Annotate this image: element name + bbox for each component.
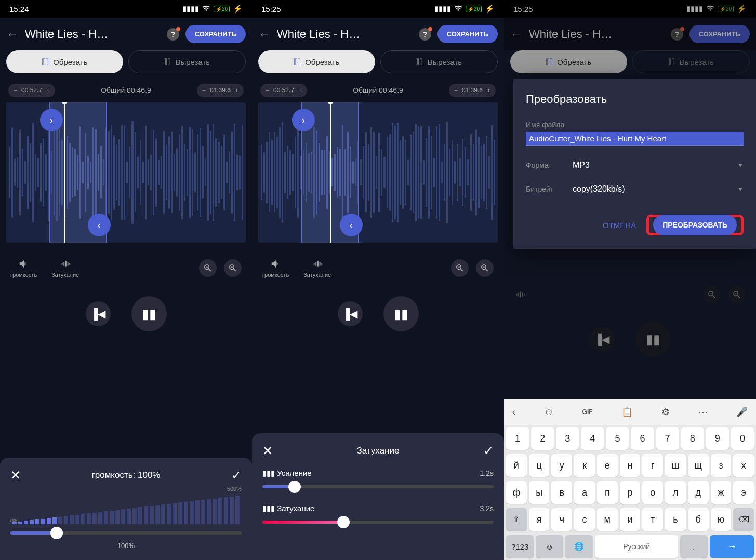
kb-key[interactable]: м bbox=[597, 508, 618, 531]
zoom-in[interactable] bbox=[224, 259, 242, 277]
kb-key[interactable]: ы bbox=[529, 481, 550, 504]
zoom-out[interactable] bbox=[703, 286, 721, 303]
end-handle[interactable]: ‹ bbox=[340, 214, 363, 236]
kb-key[interactable]: г bbox=[642, 454, 663, 477]
kb-key[interactable]: 1 bbox=[506, 427, 529, 450]
kb-gif[interactable]: GIF bbox=[579, 405, 596, 419]
playhead[interactable] bbox=[330, 102, 331, 243]
kb-emoji-icon[interactable]: ☺ bbox=[536, 535, 563, 558]
prev-button[interactable]: ▐◀ bbox=[338, 301, 363, 326]
tab-cut[interactable]: ⟧⟦ Вырезать bbox=[128, 50, 246, 73]
kb-key[interactable]: ь bbox=[665, 508, 686, 531]
kb-mic-icon[interactable]: 🎤 bbox=[733, 403, 751, 421]
confirm-sheet[interactable]: ✓ bbox=[231, 468, 242, 483]
kb-key[interactable]: в bbox=[551, 481, 572, 504]
increase-end[interactable]: + bbox=[235, 87, 238, 94]
decrease-end[interactable]: − bbox=[454, 87, 458, 94]
save-button[interactable]: СОХРАНИТЬ bbox=[437, 25, 498, 43]
kb-key[interactable]: у bbox=[551, 454, 572, 477]
format-row[interactable]: Формат MP3 ▼ bbox=[526, 161, 744, 170]
bitrate-row[interactable]: Битрейт copy(320kb/s) ▼ bbox=[526, 184, 744, 194]
waveform[interactable]: › ‹ 01:18.9 bbox=[258, 102, 498, 243]
tab-trim[interactable]: ⟦⟧ Обрезать bbox=[6, 50, 123, 73]
increase-start[interactable]: + bbox=[46, 87, 50, 94]
decrease-start[interactable]: − bbox=[14, 87, 17, 94]
kb-key[interactable]: ю bbox=[711, 508, 732, 531]
pause-button[interactable]: ▮▮ bbox=[635, 322, 671, 357]
kb-key[interactable]: к bbox=[574, 454, 595, 477]
kb-key[interactable]: п bbox=[597, 481, 618, 504]
fade-control[interactable] bbox=[514, 289, 526, 300]
fadein-thumb[interactable] bbox=[288, 481, 301, 493]
help-button[interactable]: ? bbox=[167, 28, 179, 41]
filename-input[interactable] bbox=[526, 132, 744, 146]
kb-key[interactable]: о bbox=[642, 481, 663, 504]
kb-key[interactable]: 7 bbox=[656, 427, 679, 450]
kb-key[interactable]: ц bbox=[529, 454, 550, 477]
kb-space[interactable]: Русский bbox=[595, 535, 678, 558]
kb-back[interactable]: ‹ bbox=[509, 404, 519, 421]
back-button[interactable]: ← bbox=[6, 27, 19, 42]
kb-key[interactable]: 5 bbox=[606, 427, 629, 450]
kb-key[interactable]: щ bbox=[688, 454, 709, 477]
kb-switch[interactable]: ?123 bbox=[506, 535, 534, 558]
help-button[interactable]: ? bbox=[419, 28, 431, 41]
kb-enter[interactable]: → bbox=[710, 535, 754, 558]
fade-control[interactable]: Затухание bbox=[303, 258, 331, 278]
close-sheet[interactable]: ✕ bbox=[10, 468, 21, 483]
convert-button[interactable]: ПРЕОБРАЗОВАТЬ bbox=[653, 215, 737, 235]
tab-trim[interactable]: ⟦⟧Обрезать bbox=[258, 50, 375, 73]
kb-key[interactable]: ч bbox=[551, 508, 572, 531]
increase-end[interactable]: + bbox=[487, 87, 490, 94]
kb-key[interactable]: ш bbox=[665, 454, 686, 477]
zoom-out[interactable] bbox=[451, 259, 469, 277]
tab-trim[interactable]: ⟦⟧Обрезать bbox=[510, 50, 627, 73]
kb-key[interactable]: 6 bbox=[631, 427, 654, 450]
help-button[interactable]: ? bbox=[671, 28, 683, 41]
kb-key[interactable]: 8 bbox=[681, 427, 704, 450]
kb-key[interactable]: з bbox=[711, 454, 732, 477]
start-handle[interactable]: › bbox=[292, 109, 315, 131]
kb-key[interactable]: д bbox=[688, 481, 709, 504]
tab-cut[interactable]: ⟧⟦Вырезать bbox=[380, 50, 498, 73]
pause-button[interactable]: ▮▮ bbox=[383, 296, 419, 331]
playhead[interactable] bbox=[64, 102, 65, 243]
kb-lang-icon[interactable]: 🌐 bbox=[565, 535, 593, 558]
decrease-end[interactable]: − bbox=[202, 87, 206, 94]
kb-key[interactable]: 0 bbox=[731, 427, 754, 450]
kb-sticker-icon[interactable]: ☺ bbox=[541, 404, 556, 421]
fadein-slider[interactable] bbox=[262, 485, 494, 488]
kb-key[interactable]: х bbox=[733, 454, 754, 477]
kb-key[interactable]: 9 bbox=[706, 427, 729, 450]
fadeout-slider[interactable] bbox=[262, 521, 494, 524]
volume-control[interactable]: громкость bbox=[262, 258, 289, 278]
kb-shift[interactable]: ⇧ bbox=[506, 508, 527, 531]
back-button[interactable]: ← bbox=[510, 27, 523, 42]
zoom-in[interactable] bbox=[476, 259, 494, 277]
fade-control[interactable]: Затухание bbox=[51, 258, 79, 278]
kb-backspace[interactable]: ⌫ bbox=[733, 508, 754, 531]
prev-button[interactable]: ▐◀ bbox=[590, 327, 615, 352]
fadeout-thumb[interactable] bbox=[337, 516, 350, 528]
kb-key[interactable]: э bbox=[733, 481, 754, 504]
decrease-start[interactable]: − bbox=[266, 87, 269, 94]
kb-key[interactable]: н bbox=[620, 454, 641, 477]
confirm-sheet[interactable]: ✓ bbox=[483, 444, 494, 458]
kb-key[interactable]: а bbox=[574, 481, 595, 504]
kb-key[interactable]: е bbox=[597, 454, 618, 477]
kb-key[interactable]: 4 bbox=[581, 427, 604, 450]
pause-button[interactable]: ▮▮ bbox=[131, 296, 167, 331]
kb-key[interactable]: б bbox=[688, 508, 709, 531]
save-button[interactable]: СОХРАНИТЬ bbox=[185, 25, 246, 43]
kb-key[interactable]: р bbox=[620, 481, 641, 504]
start-handle[interactable]: › bbox=[40, 109, 63, 131]
volume-control[interactable]: громкость bbox=[10, 258, 37, 278]
kb-clipboard-icon[interactable]: 📋 bbox=[618, 403, 636, 421]
zoom-out[interactable] bbox=[199, 259, 217, 277]
waveform[interactable]: › ‹ 01:03.4 bbox=[6, 102, 246, 243]
kb-key[interactable]: 3 bbox=[556, 427, 579, 450]
increase-start[interactable]: + bbox=[298, 87, 302, 94]
kb-key[interactable]: с bbox=[574, 508, 595, 531]
prev-button[interactable]: ▐◀ bbox=[86, 301, 111, 326]
kb-key[interactable]: л bbox=[665, 481, 686, 504]
